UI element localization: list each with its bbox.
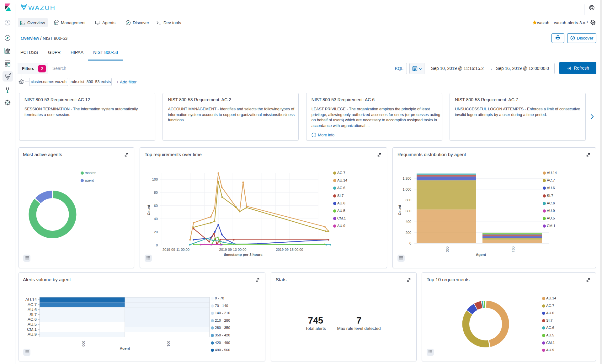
svg-text:20: 20 bbox=[154, 230, 158, 234]
svg-text:001: 001 bbox=[167, 341, 170, 346]
svg-text:Count: Count bbox=[398, 205, 402, 215]
svg-text:80: 80 bbox=[154, 190, 158, 194]
svg-text:000: 000 bbox=[445, 246, 449, 252]
svg-text:0: 0 bbox=[409, 241, 411, 245]
svg-text:2019-09-13 00:00: 2019-09-13 00:00 bbox=[219, 248, 247, 251]
svg-text:timestamp per 3 hours: timestamp per 3 hours bbox=[224, 253, 262, 256]
svg-text:AU.9: AU.9 bbox=[28, 332, 37, 337]
svg-text:Agent: Agent bbox=[120, 346, 130, 350]
svg-text:2019-09-11 00:00: 2019-09-11 00:00 bbox=[162, 248, 189, 251]
svg-text:Agent: Agent bbox=[476, 253, 486, 256]
svg-text:0: 0 bbox=[156, 243, 158, 247]
svg-text:1,200: 1,200 bbox=[402, 177, 411, 180]
svg-text:2019-09-15 00:00: 2019-09-15 00:00 bbox=[276, 248, 303, 251]
svg-text:AU.5: AU.5 bbox=[28, 322, 37, 327]
svg-text:800: 800 bbox=[406, 198, 411, 202]
svg-text:AC.6: AC.6 bbox=[28, 317, 37, 322]
svg-text:600: 600 bbox=[406, 209, 411, 213]
svg-text:CM.1: CM.1 bbox=[27, 327, 37, 332]
svg-text:40: 40 bbox=[154, 217, 158, 220]
svg-text:001: 001 bbox=[511, 246, 515, 252]
svg-text:AC.7: AC.7 bbox=[28, 302, 37, 307]
svg-text:100: 100 bbox=[152, 177, 158, 181]
svg-text:1,000: 1,000 bbox=[402, 187, 411, 191]
svg-text:000: 000 bbox=[82, 341, 85, 346]
svg-text:AU.6: AU.6 bbox=[28, 307, 37, 312]
svg-text:200: 200 bbox=[406, 230, 411, 234]
svg-text:Count: Count bbox=[147, 205, 151, 215]
svg-text:60: 60 bbox=[154, 203, 158, 207]
svg-text:AU.14: AU.14 bbox=[25, 297, 37, 302]
svg-text:400: 400 bbox=[406, 220, 411, 224]
svg-text:SI.7: SI.7 bbox=[29, 312, 37, 317]
